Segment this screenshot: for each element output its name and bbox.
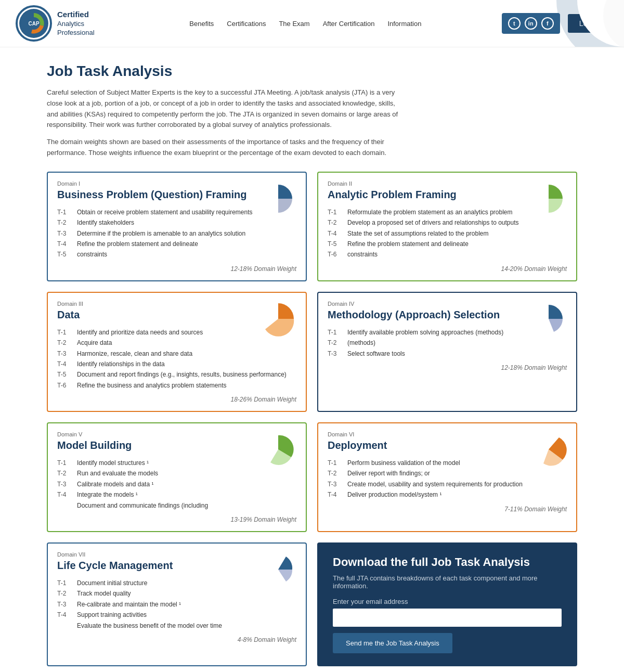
header-social: t in f [502,13,560,34]
list-item: T-5Document and report findings (e.g., i… [57,369,296,380]
domains-grid: Domain I Business Problem (Question) Fra… [47,172,577,666]
list-item: T-5constraints [57,249,296,260]
domain-1-icon [260,180,296,217]
domain-2-weight: 14-20% Domain Weight [328,265,567,273]
list-item: T-4Refine the problem statement and deli… [57,239,296,249]
domain-2-icon [530,180,567,217]
nav-benefits[interactable]: Benefits [189,20,214,28]
domain-card-5: Domain V Model Building T-1Identify mode… [47,422,307,532]
logo-area[interactable]: CAP Certified Analytics Professional [16,5,109,42]
list-item: T-4State the set of assumptions related … [328,228,567,239]
list-item: Document and communicate findings (inclu… [57,500,296,511]
nav-after-certification[interactable]: After Certification [323,20,375,28]
domain-card-4: Domain IV Methodology (Approach) Selecti… [317,292,577,412]
nav-information[interactable]: Information [387,20,421,28]
logo-circle: CAP [16,5,52,42]
list-item: T-4Integrate the models ¹ [57,489,296,500]
intro-paragraph-2: The domain weights shown are based on th… [47,137,400,159]
domain-5-icon [260,431,296,468]
list-item: T-2Develop a proposed set of drivers and… [328,217,567,228]
domain-card-6: Domain VI Deployment T-1Perform business… [317,422,577,532]
download-description: The full JTA contains breakdowns of each… [333,574,562,590]
login-button[interactable]: Login [568,14,608,33]
domain-3-weight: 18-26% Domain Weight [57,396,296,403]
domain-6-weight: 7-11% Domain Weight [328,506,567,513]
domain-3-icon [260,301,296,337]
domain-card-1: Domain I Business Problem (Question) Fra… [47,172,307,281]
list-item: T-2Acquire data [57,338,296,348]
linkedin-icon[interactable]: in [525,17,537,30]
domain-4-weight: 12-18% Domain Weight [328,364,567,371]
nav-certifications[interactable]: Certifications [227,20,266,28]
email-field[interactable] [333,609,562,627]
site-header: CAP Certified Analytics Professional Ben… [0,0,624,47]
nav-the-exam[interactable]: The Exam [279,20,309,28]
list-item: T-2Deliver report with findings; or [328,468,567,479]
list-item: T-4Deliver production model/system ¹ [328,489,567,500]
page-title: Job Task Analysis [47,63,577,80]
domain-card-2: Domain II Analytic Problem Framing T-1Re… [317,172,577,281]
facebook-icon[interactable]: f [541,17,554,30]
logo-text: Certified Analytics Professional [57,9,95,37]
domain-7-icon [260,551,296,588]
header-right: t in f Login [502,13,608,34]
download-box: Download the full Job Task Analysis The … [317,542,577,666]
domain-1-weight: 12-18% Domain Weight [57,265,296,273]
list-item: T-3Harmonize, rescale, clean and share d… [57,348,296,359]
download-title: Download the full Job Task Analysis [333,555,562,569]
list-item: T-5Refine the problem statement and deli… [328,239,567,249]
list-item: T-4Identify relationships in the data [57,359,296,369]
send-jta-button[interactable]: Send me the Job Task Analysis [333,633,452,653]
list-item: T-3Create model, usability and system re… [328,479,567,489]
domain-6-icon [530,431,567,468]
main-content: Job Task Analysis Careful selection of S… [26,47,598,672]
list-item: Evaluate the business benefit of the mod… [57,621,296,631]
list-item: T-3Select software tools [328,348,567,359]
domain-card-7: Domain VII Life Cycle Management T-1Docu… [47,542,307,666]
list-item: T-2Track model quality [57,588,296,599]
list-item: T-2Run and evaluate the models [57,468,296,479]
domain-card-3: Domain III Data T-1Identify and prioriti… [47,292,307,412]
email-label: Enter your email address [333,598,562,605]
twitter-icon[interactable]: t [508,17,521,30]
intro-paragraph-1: Careful selection of Subject Matter Expe… [47,87,400,131]
list-item: T-3Determine if the problem is amenable … [57,228,296,239]
list-item: T-4Support training activities [57,610,296,620]
domain-4-icon [530,301,567,337]
list-item: T-3Calibrate models and data ¹ [57,479,296,489]
list-item: T-6constraints [328,249,567,260]
list-item: T-3Re-calibrate and maintain the model ¹ [57,599,296,610]
list-item: T-2(methods) [328,338,567,348]
domain-7-weight: 4-8% Domain Weight [57,636,296,643]
domain-5-weight: 13-19% Domain Weight [57,516,296,523]
svg-text:CAP: CAP [28,21,39,27]
list-item: T-2Identify stakeholders [57,217,296,228]
main-nav: Benefits Certifications The Exam After C… [109,20,502,28]
list-item: T-6Refine the business and analytics pro… [57,380,296,391]
logo-inner: CAP [19,9,48,38]
